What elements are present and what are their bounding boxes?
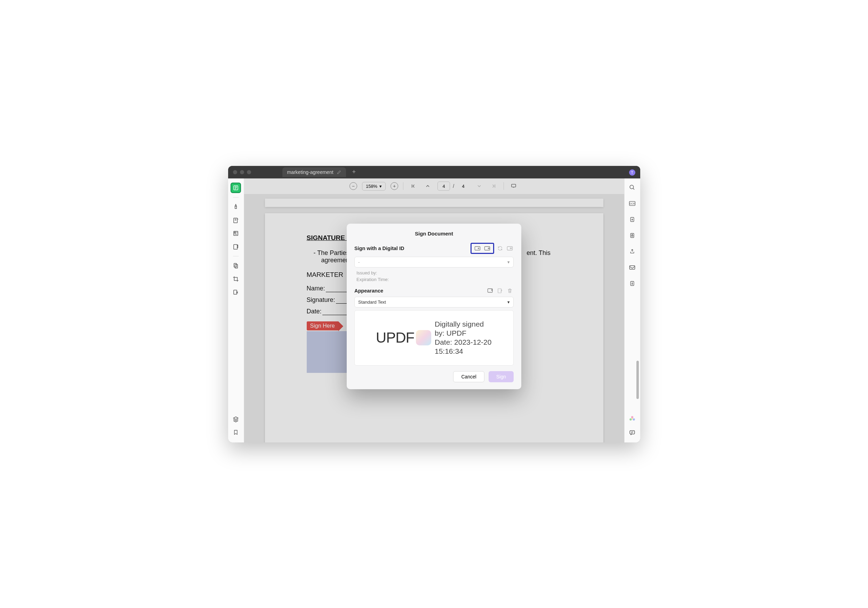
modal-overlay: Sign Document Sign with a Digital ID: [244, 178, 624, 442]
edit-appearance-icon[interactable]: [496, 288, 504, 294]
appearance-label: Appearance: [354, 288, 383, 293]
tab-strip: marketing-agreement +: [282, 166, 356, 178]
protect-icon[interactable]: [627, 231, 637, 240]
create-id-icon[interactable]: [474, 245, 481, 251]
reader-tool[interactable]: [231, 183, 241, 193]
maximize-window-icon[interactable]: [247, 170, 251, 174]
delete-appearance-icon[interactable]: [506, 288, 514, 294]
search-icon[interactable]: [627, 183, 637, 192]
svg-rect-28: [630, 431, 635, 434]
sign-button[interactable]: Sign: [488, 371, 514, 382]
appearance-select[interactable]: Standard Text ▾: [354, 297, 514, 307]
sign-with-label: Sign with a Digital ID: [354, 245, 404, 251]
document-tab[interactable]: marketing-agreement: [282, 167, 346, 177]
layers-icon[interactable]: [231, 414, 241, 424]
ai-assistant-icon[interactable]: [627, 414, 637, 423]
expiration-label: Expiration Time:: [354, 276, 514, 283]
tab-title: marketing-agreement: [287, 169, 333, 175]
scrollbar-thumb[interactable]: [636, 361, 639, 399]
svg-point-24: [631, 416, 633, 418]
bookmark-icon[interactable]: [231, 427, 241, 437]
add-tab-button[interactable]: +: [352, 168, 356, 176]
preview-details: Digitally signed by: UPDF Date: 2023-12-…: [435, 320, 508, 356]
redact-tool[interactable]: [231, 287, 241, 298]
convert-icon[interactable]: [627, 215, 637, 224]
preview-logo-icon: [416, 330, 431, 345]
crop-tool[interactable]: [231, 274, 241, 284]
traffic-lights: [233, 170, 251, 174]
app-window: marketing-agreement + T: [228, 166, 640, 442]
close-window-icon[interactable]: [233, 170, 237, 174]
svg-point-26: [632, 418, 635, 420]
email-icon[interactable]: [627, 263, 637, 272]
svg-point-23: [632, 284, 633, 284]
svg-text:OCR: OCR: [630, 202, 635, 205]
fill-sign-tool[interactable]: [231, 241, 241, 252]
form-tool[interactable]: [231, 228, 241, 239]
chevron-down-icon: ▾: [507, 299, 510, 305]
minimize-window-icon[interactable]: [240, 170, 244, 174]
compress-icon[interactable]: [627, 279, 637, 288]
ocr-icon[interactable]: OCR: [627, 199, 637, 208]
svg-point-15: [630, 185, 634, 189]
right-sidebar: OCR: [624, 178, 640, 442]
svg-point-25: [629, 418, 631, 420]
organize-pages-tool[interactable]: [231, 261, 241, 271]
digital-id-select[interactable]: - ▾: [354, 257, 514, 267]
highlight-tool[interactable]: [231, 202, 241, 212]
add-appearance-icon[interactable]: [487, 288, 494, 294]
share-icon[interactable]: [627, 247, 637, 256]
svg-rect-14: [498, 289, 501, 293]
svg-rect-21: [630, 265, 635, 269]
issued-by-label: Issued by:: [354, 270, 514, 276]
view-id-icon[interactable]: [506, 245, 514, 251]
import-id-icon[interactable]: [484, 245, 491, 251]
refresh-id-icon[interactable]: [496, 245, 504, 251]
titlebar: marketing-agreement + T: [228, 166, 640, 178]
left-sidebar: [228, 178, 244, 442]
svg-rect-3: [234, 232, 236, 233]
svg-rect-20: [631, 235, 633, 236]
cancel-button[interactable]: Cancel: [453, 371, 484, 382]
svg-rect-7: [234, 290, 237, 294]
sign-document-dialog: Sign Document Sign with a Digital ID: [347, 224, 521, 389]
svg-rect-4: [234, 245, 237, 250]
app-body: − 158% ▾ + / 4: [228, 178, 640, 442]
pencil-icon[interactable]: [337, 170, 341, 174]
edit-tool[interactable]: [231, 215, 241, 225]
svg-point-27: [631, 418, 633, 419]
chevron-down-icon: ▾: [507, 259, 510, 265]
id-actions-highlighted: [471, 243, 494, 254]
divider: [233, 256, 239, 256]
comment-icon[interactable]: [627, 428, 637, 437]
divider: [233, 197, 239, 198]
signature-preview: UPDF Digitally signed by: UPDF Date: 202…: [354, 310, 514, 366]
dialog-title: Sign Document: [354, 231, 514, 237]
user-avatar[interactable]: T: [629, 169, 636, 176]
main-area: − 158% ▾ + / 4: [244, 178, 624, 442]
